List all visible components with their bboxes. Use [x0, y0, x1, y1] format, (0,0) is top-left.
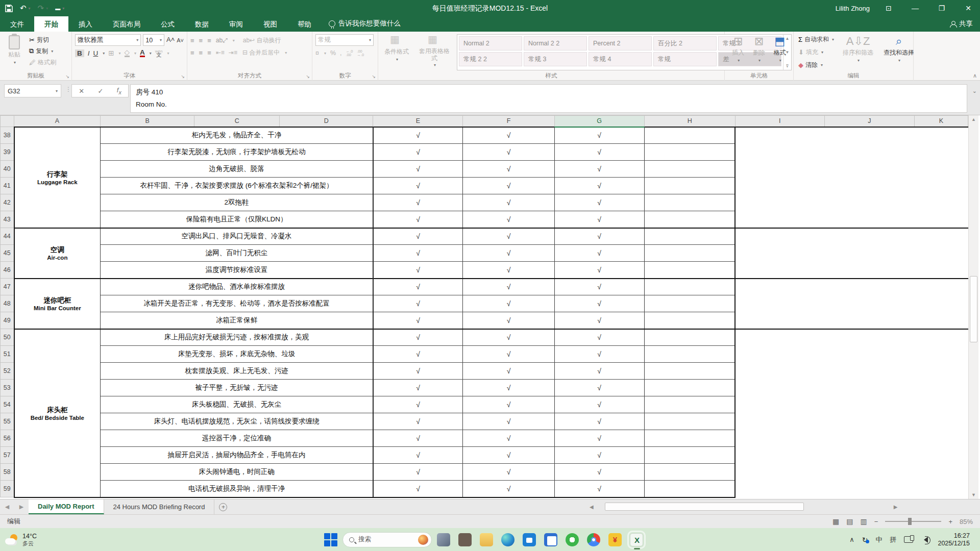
row-header-48[interactable]: 48 — [1, 295, 14, 312]
checklist-item-cell[interactable]: 空调出风口、排风口无噪音、冷凝水 — [101, 228, 373, 245]
empty-cell-K46[interactable] — [914, 262, 968, 279]
chrome-icon[interactable] — [587, 533, 600, 546]
checklist-item-cell[interactable]: 抽屉开启灵活，抽屉内物品齐全，手电筒在内 — [101, 447, 373, 464]
column-header-D[interactable]: D — [280, 116, 373, 127]
start-button[interactable] — [324, 533, 337, 546]
empty-cell-J50[interactable] — [824, 329, 914, 346]
font-dialog-launcher-icon[interactable]: ↘ — [181, 74, 185, 79]
empty-cell-J42[interactable] — [824, 194, 914, 211]
empty-cell-I44[interactable] — [735, 228, 824, 245]
empty-cell-I38[interactable] — [735, 127, 824, 144]
check-cell-G40[interactable]: √ — [554, 161, 644, 178]
column-header-J[interactable]: J — [824, 116, 914, 127]
empty-cell-I49[interactable] — [735, 312, 824, 329]
column-header-F[interactable]: F — [463, 116, 554, 127]
phonetic-guide-icon[interactable]: wén文 — [155, 49, 163, 57]
column-header-C[interactable]: C — [194, 116, 280, 127]
category-cell[interactable]: 迷你吧柜Mini Bar Counter — [14, 279, 101, 329]
bold-button[interactable]: B — [75, 49, 84, 57]
borders-icon[interactable]: ⊞ — [108, 49, 114, 57]
checklist-item-cell[interactable]: 床头闹钟通电，时间正确 — [101, 464, 373, 481]
empty-cell-J49[interactable] — [824, 312, 914, 329]
hidden-icons-chevron-icon[interactable]: ∧ — [849, 536, 854, 543]
empty-cell-I42[interactable] — [735, 194, 824, 211]
checklist-item-cell[interactable]: 迷你吧物品、酒水单按标准摆放 — [101, 279, 373, 295]
category-cell[interactable]: 空调Air-con — [14, 228, 101, 279]
check-cell-E51[interactable]: √ — [373, 346, 463, 363]
formula-input[interactable]: 房号 410 Room No. — [130, 84, 967, 113]
zoom-slider[interactable] — [885, 521, 941, 522]
empty-cell-J39[interactable] — [824, 144, 914, 161]
font-color-icon[interactable]: A — [140, 49, 145, 57]
percent-style-icon[interactable]: % — [330, 49, 336, 57]
column-header-G[interactable]: G — [554, 116, 644, 127]
empty-cell-H44[interactable] — [644, 228, 735, 245]
display-tray-icon[interactable] — [904, 536, 913, 543]
check-cell-F44[interactable]: √ — [463, 228, 554, 245]
accounting-format-icon[interactable]: ¤ — [315, 49, 319, 57]
check-cell-E43[interactable]: √ — [373, 211, 463, 228]
check-cell-G46[interactable]: √ — [554, 262, 644, 279]
font-name-combo[interactable]: 微软雅黑▾ — [75, 34, 141, 46]
empty-cell-K53[interactable] — [914, 380, 968, 396]
empty-cell-H52[interactable] — [644, 363, 735, 380]
cancel-icon[interactable]: ✕ — [79, 87, 84, 95]
check-cell-E38[interactable]: √ — [373, 127, 463, 144]
close-button[interactable]: ✕ — [961, 4, 976, 12]
checklist-item-cell[interactable]: 床头板稳固、无破损、无灰尘 — [101, 396, 373, 413]
empty-cell-J54[interactable] — [824, 396, 914, 413]
empty-cell-I45[interactable] — [735, 245, 824, 262]
checklist-item-cell[interactable]: 温度调节按标准设置 — [101, 262, 373, 279]
conditional-formatting-button[interactable]: 条件格式▾ — [381, 34, 412, 70]
checklist-item-cell[interactable]: 遥控器干净，定位准确 — [101, 430, 373, 447]
formula-bar-splitter[interactable]: ⋮ — [65, 86, 71, 93]
empty-cell-H55[interactable] — [644, 413, 735, 430]
empty-cell-I43[interactable] — [735, 211, 824, 228]
empty-cell-I46[interactable] — [735, 262, 824, 279]
check-cell-G59[interactable]: √ — [554, 481, 644, 497]
empty-cell-H39[interactable] — [644, 144, 735, 161]
align-bottom-icon[interactable]: ≡ — [207, 37, 212, 44]
align-center-icon[interactable]: ≡ — [199, 49, 204, 57]
sheet-nav-left-icon[interactable]: ◀ — [0, 499, 14, 514]
column-header-I[interactable]: I — [735, 116, 824, 127]
empty-cell-H59[interactable] — [644, 481, 735, 497]
volume-icon[interactable] — [921, 537, 928, 543]
empty-cell-H46[interactable] — [644, 262, 735, 279]
empty-cell-I52[interactable] — [735, 363, 824, 380]
shrink-font-icon[interactable]: A˅ — [177, 37, 184, 46]
check-cell-F38[interactable]: √ — [463, 127, 554, 144]
ribbon-tab-公式[interactable]: 公式 — [151, 16, 185, 32]
empty-cell-K43[interactable] — [914, 211, 968, 228]
empty-cell-H48[interactable] — [644, 295, 735, 312]
row-header-47[interactable]: 47 — [1, 279, 14, 295]
empty-cell-H40[interactable] — [644, 161, 735, 178]
clipboard-dialog-launcher-icon[interactable]: ↘ — [65, 74, 69, 79]
check-cell-G49[interactable]: √ — [554, 312, 644, 329]
scroll-up-icon[interactable]: ▲ — [971, 117, 976, 122]
check-cell-E59[interactable]: √ — [373, 481, 463, 497]
check-cell-G58[interactable]: √ — [554, 464, 644, 481]
dark-files-icon[interactable] — [458, 533, 472, 546]
formula-bar-collapse-icon[interactable]: ⌄ — [972, 88, 977, 94]
cell-style-item[interactable]: 百分比 2 — [653, 36, 717, 51]
taskbar-clock[interactable]: 16:27 2025/12/15 — [938, 532, 970, 547]
sheet-nav-right-icon[interactable]: ▶ — [14, 499, 29, 514]
empty-cell-I48[interactable] — [735, 295, 824, 312]
weather-widget[interactable]: 14°C 多云 — [0, 533, 102, 547]
check-cell-E55[interactable]: √ — [373, 413, 463, 430]
task-view-icon[interactable] — [437, 533, 450, 546]
empty-cell-K55[interactable] — [914, 413, 968, 430]
empty-cell-H58[interactable] — [644, 464, 735, 481]
check-cell-F57[interactable]: √ — [463, 447, 554, 464]
check-cell-E41[interactable]: √ — [373, 178, 463, 194]
ime-mode-indicator[interactable]: 中 — [875, 535, 882, 544]
check-cell-F56[interactable]: √ — [463, 430, 554, 447]
check-cell-G56[interactable]: √ — [554, 430, 644, 447]
empty-cell-I54[interactable] — [735, 396, 824, 413]
check-cell-G47[interactable]: √ — [554, 279, 644, 295]
empty-cell-H43[interactable] — [644, 211, 735, 228]
cut-button[interactable]: ✂剪切 — [28, 34, 58, 45]
yuan-app-icon[interactable]: ¥ — [608, 533, 622, 546]
empty-cell-J57[interactable] — [824, 447, 914, 464]
